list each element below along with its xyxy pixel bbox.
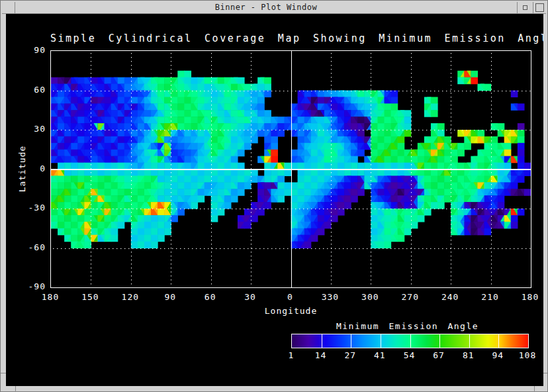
- window-title: Binner - Plot Window: [15, 2, 517, 13]
- x-tick-label: 150: [70, 292, 110, 302]
- x-tick-label: 270: [390, 292, 430, 302]
- x-tick-label: 0: [271, 292, 310, 302]
- window-menu-button[interactable]: [2, 2, 15, 13]
- x-tick-label: 120: [111, 292, 150, 302]
- x-tick-label: 210: [471, 292, 510, 302]
- titlebar[interactable]: Binner - Plot Window: [2, 2, 546, 14]
- colorbar-tick-label: 54: [396, 350, 423, 360]
- colorbar-divider: [322, 334, 322, 348]
- y-tick-label: -60: [6, 242, 46, 252]
- resize-corner-line-bottom-left: [15, 386, 16, 392]
- colorbar: [291, 334, 529, 348]
- x-tick-label: 180: [30, 292, 70, 302]
- colorbar-divider: [351, 334, 351, 348]
- colorbar-tick-label: 67: [426, 350, 452, 360]
- y-tick-label: 90: [6, 45, 46, 55]
- colorbar-divider: [381, 334, 381, 348]
- coverage-map-canvas: [51, 51, 531, 287]
- plot-client-area: Simple Cylindrical Coverage Map Showing …: [6, 14, 543, 386]
- chart-title: Simple Cylindrical Coverage Map Showing …: [50, 32, 531, 44]
- colorbar-tick-label: 94: [484, 350, 511, 360]
- colorbar-tick-label: 41: [367, 350, 393, 360]
- y-tick-label: 30: [6, 124, 46, 134]
- x-tick-label: 240: [430, 292, 470, 302]
- y-tick-label: -30: [6, 203, 46, 213]
- y-axis-title: Latitude: [17, 146, 27, 193]
- plot-frame: [50, 50, 531, 288]
- x-tick-label: 300: [350, 292, 390, 302]
- colorbar-title: Minimum Emission Angle: [286, 321, 529, 331]
- colorbar-divider: [439, 334, 440, 348]
- x-tick-label: 30: [230, 292, 270, 302]
- x-tick-label: 180: [510, 292, 543, 302]
- minimize-button[interactable]: [517, 2, 533, 13]
- colorbar-divider: [469, 334, 470, 348]
- x-axis-title: Longitude: [50, 306, 531, 316]
- minimize-icon: [523, 5, 527, 10]
- maximize-button[interactable]: [533, 2, 546, 13]
- colorbar-tick-label: 1: [278, 350, 304, 360]
- x-tick-label: 330: [310, 292, 350, 302]
- plot-window: Binner - Plot Window Simple Cylindrical …: [0, 0, 548, 392]
- y-tick-label: 60: [6, 85, 46, 95]
- x-tick-label: 90: [150, 292, 190, 302]
- maximize-icon: [535, 3, 544, 12]
- colorbar-tick-label: 27: [337, 350, 363, 360]
- y-tick-label: -90: [6, 281, 46, 291]
- resize-corner-line-bottom-right: [534, 386, 535, 392]
- colorbar-divider: [410, 334, 411, 348]
- colorbar-tick-label: 108: [514, 350, 541, 360]
- colorbar-divider: [498, 334, 499, 348]
- colorbar-tick-label: 81: [455, 350, 482, 360]
- resize-corner-line-left: [1, 373, 6, 373]
- x-tick-label: 60: [191, 292, 230, 302]
- colorbar-tick-label: 14: [308, 350, 334, 360]
